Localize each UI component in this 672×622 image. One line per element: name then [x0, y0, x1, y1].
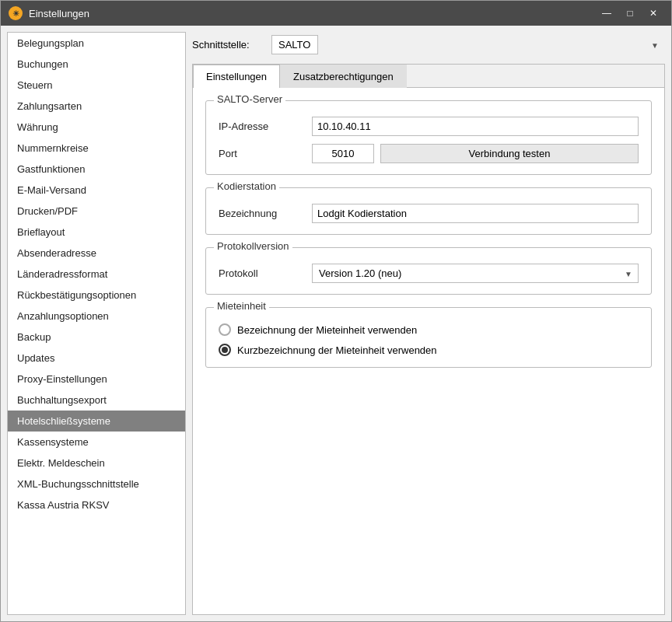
window-title: Einstellungen	[29, 8, 597, 19]
radio-kurzbezeichnung-label: Kurzbezeichnung der Mieteinheit verwende…	[237, 344, 437, 356]
schnittstelle-select-wrapper: SALTO	[271, 35, 665, 54]
sidebar-item-updates[interactable]: Updates	[8, 348, 185, 369]
sidebar-item-anzahlungsoptionen[interactable]: Anzahlungsoptionen	[8, 306, 185, 327]
tab-content-einstellungen: SALTO-Server IP-Adresse Port Verbindung …	[193, 88, 664, 614]
tab-container: Einstellungen Zusatzberechtigungen SALTO…	[192, 64, 665, 615]
sidebar-item-drucken-pdf[interactable]: Drucken/PDF	[8, 201, 185, 222]
ip-input[interactable]	[312, 117, 639, 136]
section-mieteinheit: Mieteinheit Bezeichnung der Mieteinheit …	[205, 307, 652, 368]
section-salto-server: SALTO-Server IP-Adresse Port Verbindung …	[205, 100, 652, 175]
sidebar-item-belegungsplan[interactable]: Belegungsplan	[8, 33, 185, 54]
sidebar-item-backup[interactable]: Backup	[8, 327, 185, 348]
close-button[interactable]: ✕	[643, 5, 663, 21]
port-input[interactable]	[312, 144, 374, 163]
sidebar-item-brieflayout[interactable]: Brieflayout	[8, 222, 185, 243]
schnittstelle-row: Schnittstelle: SALTO	[192, 32, 665, 58]
sidebar-item-email-versand[interactable]: E-Mail-Versand	[8, 180, 185, 201]
minimize-button[interactable]: —	[597, 5, 617, 21]
protokoll-field-row: Protokoll Version 1.20 (neu) Version 1.1…	[219, 264, 639, 283]
sidebar-item-absenderadresse[interactable]: Absenderadresse	[8, 243, 185, 264]
tabs: Einstellungen Zusatzberechtigungen	[193, 65, 664, 88]
sidebar-item-xml-buchung[interactable]: XML-Buchungsschnittstelle	[8, 473, 185, 494]
sidebar-item-steuern[interactable]: Steuern	[8, 75, 185, 96]
tab-zusatzberechtigungen[interactable]: Zusatzberechtigungen	[280, 65, 407, 88]
ip-field-row: IP-Adresse	[219, 117, 639, 136]
sidebar-item-rueckbestaetigung[interactable]: Rückbestätigungsoptionen	[8, 285, 185, 306]
port-label: Port	[219, 148, 312, 159]
ip-label: IP-Adresse	[219, 121, 312, 132]
sidebar-item-buchhaltungsexport[interactable]: Buchhaltungsexport	[8, 390, 185, 411]
section-salto-server-title: SALTO-Server	[214, 93, 285, 105]
sidebar-item-elektr-meldeschein[interactable]: Elektr. Meldeschein	[8, 453, 185, 473]
test-connection-button[interactable]: Verbindung testen	[380, 144, 639, 163]
protocol-select-wrapper: Version 1.20 (neu) Version 1.10	[312, 264, 639, 283]
bezeichnung-label: Bezeichnung	[219, 208, 312, 219]
sidebar-item-kassensysteme[interactable]: Kassensysteme	[8, 432, 185, 453]
sidebar-item-buchungen[interactable]: Buchungen	[8, 54, 185, 75]
section-kodierstation: Kodierstation Bezeichnung	[205, 187, 652, 235]
radio-bezeichnung[interactable]	[219, 323, 231, 336]
bezeichnung-input[interactable]	[312, 204, 639, 223]
radio-kurzbezeichnung[interactable]	[219, 344, 231, 356]
window-controls: — □ ✕	[597, 5, 663, 21]
bezeichnung-field-row: Bezeichnung	[219, 204, 639, 223]
sidebar-item-zahlungsarten[interactable]: Zahlungsarten	[8, 96, 185, 117]
app-icon: ☀	[9, 6, 23, 20]
sidebar-item-gastfunktionen[interactable]: Gastfunktionen	[8, 159, 185, 180]
main-panel: Schnittstelle: SALTO Einstellungen Zusat…	[192, 32, 665, 615]
tab-einstellungen[interactable]: Einstellungen	[193, 65, 280, 88]
section-mieteinheit-title: Mieteinheit	[214, 300, 269, 312]
sidebar-item-proxy[interactable]: Proxy-Einstellungen	[8, 369, 185, 390]
section-protokollversion-title: Protokollversion	[214, 240, 292, 252]
sidebar-item-nummernkreise[interactable]: Nummernkreise	[8, 138, 185, 159]
port-field-row: Port Verbindung testen	[219, 144, 639, 163]
protocol-select[interactable]: Version 1.20 (neu) Version 1.10	[312, 264, 639, 283]
radio-kurzbezeichnung-row[interactable]: Kurzbezeichnung der Mieteinheit verwende…	[219, 344, 639, 356]
mieteinheit-radio-group: Bezeichnung der Mieteinheit verwenden Ku…	[219, 323, 639, 356]
sidebar-item-kassa-austria[interactable]: Kassa Austria RKSV	[8, 494, 185, 515]
section-protokollversion: Protokollversion Protokoll Version 1.20 …	[205, 247, 652, 295]
section-kodierstation-title: Kodierstation	[214, 180, 279, 192]
titlebar: ☀ Einstellungen — □ ✕	[1, 1, 671, 26]
schnittstelle-select[interactable]: SALTO	[271, 35, 318, 54]
content-area: BelegungsplanBuchungenSteuernZahlungsart…	[1, 26, 671, 621]
sidebar-item-waehrung[interactable]: Währung	[8, 117, 185, 138]
main-window: ☀ Einstellungen — □ ✕ BelegungsplanBuchu…	[0, 0, 672, 622]
sidebar-item-hotelschliess[interactable]: Hotelschließsysteme	[8, 411, 185, 432]
radio-bezeichnung-row[interactable]: Bezeichnung der Mieteinheit verwenden	[219, 323, 639, 336]
protokoll-label: Protokoll	[219, 267, 312, 279]
schnittstelle-label: Schnittstelle:	[192, 39, 262, 51]
maximize-button[interactable]: □	[620, 5, 640, 21]
sidebar-item-laenderadressformat[interactable]: Länderadressformat	[8, 264, 185, 285]
sidebar: BelegungsplanBuchungenSteuernZahlungsart…	[7, 32, 186, 615]
radio-bezeichnung-label: Bezeichnung der Mieteinheit verwenden	[237, 324, 417, 336]
